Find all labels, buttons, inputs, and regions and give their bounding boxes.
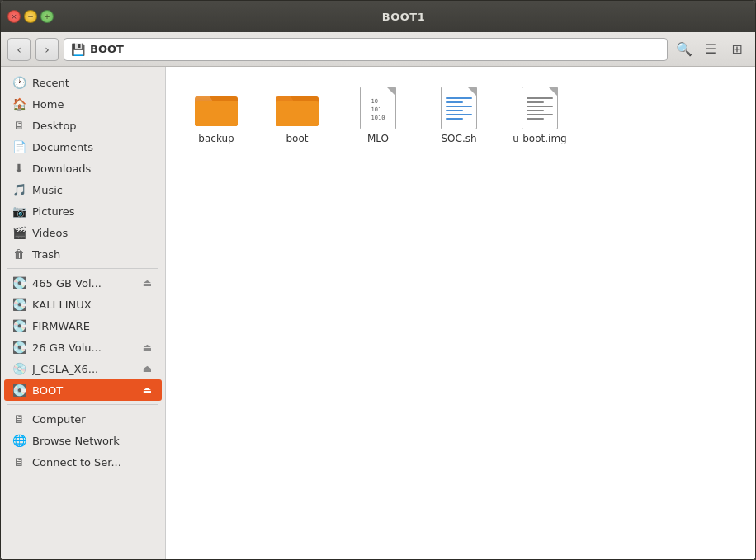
vol26-eject-icon[interactable]: ⏏ (141, 341, 154, 353)
sidebar-label-trash: Trash (32, 248, 154, 261)
sidebar-separator-1 (7, 268, 158, 269)
file-grid: backup boot (179, 80, 742, 153)
sidebar-item-downloads[interactable]: ⬇ Downloads (4, 158, 162, 179)
firmware-icon: 💽 (12, 319, 26, 332)
computer-icon: 🖥 (12, 412, 26, 426)
back-button[interactable]: ‹ (7, 38, 31, 61)
vol465-icon: 💽 (12, 276, 26, 289)
sidebar-item-desktop[interactable]: 🖥 Desktop (4, 115, 162, 136)
sidebar-label-jcsla: J_CSLA_X6... (32, 363, 135, 375)
window-title: BOOT1 (59, 11, 749, 23)
back-icon: ‹ (17, 43, 21, 56)
list-view-button[interactable]: ☰ (699, 38, 722, 61)
music-icon: 🎵 (12, 183, 26, 196)
jcsla-icon: 💿 (12, 362, 26, 375)
trash-icon: 🗑 (12, 247, 26, 261)
file-name-soc-sh: SOC.sh (441, 133, 476, 146)
minimize-button[interactable]: − (24, 10, 37, 23)
sidebar-label-computer: Computer (32, 413, 154, 426)
toolbar: ‹ › 💾 BOOT 🔍 ☰ ⊞ (1, 32, 755, 67)
sidebar-item-browse-network[interactable]: 🌐 Browse Network (4, 430, 162, 451)
location-text: BOOT (90, 43, 124, 55)
sidebar-item-connect-server[interactable]: 🖥 Connect to Ser... (4, 451, 162, 473)
sidebar-label-desktop: Desktop (32, 120, 154, 132)
sidebar-item-jcsla[interactable]: 💿 J_CSLA_X6... ⏏ (4, 358, 162, 379)
documents-icon: 📄 (12, 140, 26, 153)
sidebar-label-vol465: 465 GB Vol... (32, 277, 135, 289)
file-item-u-boot-img[interactable]: u-boot.img (503, 80, 577, 153)
main-content: 🕐 Recent 🏠 Home 🖥 Desktop 📄 Documents ⬇ … (1, 67, 755, 559)
sidebar-item-vol465[interactable]: 💽 465 GB Vol... ⏏ (4, 272, 162, 294)
sidebar-separator-2 (7, 404, 158, 405)
boot-icon: 💽 (12, 384, 26, 397)
file-item-backup[interactable]: backup (179, 80, 253, 153)
sidebar-label-kali: KALI LINUX (32, 299, 154, 311)
sidebar-item-pictures[interactable]: 📷 Pictures (4, 200, 162, 222)
sidebar-label-browse-network: Browse Network (32, 435, 154, 447)
grid-view-icon: ⊞ (731, 41, 742, 57)
file-name-u-boot-img: u-boot.img (513, 133, 566, 146)
sidebar-label-documents: Documents (32, 141, 154, 153)
home-icon: 🏠 (12, 97, 26, 111)
sidebar-item-music[interactable]: 🎵 Music (4, 179, 162, 200)
sidebar-item-computer[interactable]: 🖥 Computer (4, 408, 162, 430)
file-item-mlo[interactable]: 101011010 MLO (341, 80, 415, 153)
file-area: backup boot (166, 67, 755, 559)
sidebar-item-home[interactable]: 🏠 Home (4, 93, 162, 115)
folder-icon-backup (195, 87, 238, 129)
vol465-eject-icon[interactable]: ⏏ (141, 277, 154, 289)
sidebar-label-videos: Videos (32, 227, 154, 239)
sidebar-label-music: Music (32, 184, 154, 196)
desktop-icon: 🖥 (12, 119, 26, 132)
sidebar-item-boot[interactable]: 💽 BOOT ⏏ (4, 379, 162, 401)
location-bar[interactable]: 💾 BOOT (64, 38, 668, 61)
kali-icon: 💽 (12, 298, 26, 311)
downloads-icon: ⬇ (12, 162, 26, 175)
forward-button[interactable]: › (35, 38, 59, 61)
titlebar: × − + BOOT1 (1, 1, 755, 32)
connect-server-icon: 🖥 (12, 455, 26, 468)
videos-icon: 🎬 (12, 226, 26, 239)
pictures-icon: 📷 (12, 205, 26, 218)
svg-rect-4 (276, 101, 319, 126)
sidebar-item-kali[interactable]: 💽 KALI LINUX (4, 294, 162, 315)
file-item-soc-sh[interactable]: SOC.sh (422, 80, 496, 153)
sidebar-label-connect-server: Connect to Ser... (32, 456, 154, 468)
sidebar-item-trash[interactable]: 🗑 Trash (4, 243, 162, 265)
file-name-boot: boot (286, 133, 308, 146)
sidebar-label-home: Home (32, 98, 154, 111)
sidebar-item-documents[interactable]: 📄 Documents (4, 136, 162, 158)
jcsla-eject-icon[interactable]: ⏏ (141, 363, 154, 374)
script-icon-soc-sh (437, 87, 480, 129)
search-icon: 🔍 (676, 41, 692, 57)
maximize-button[interactable]: + (40, 10, 54, 23)
sidebar-label-pictures: Pictures (32, 205, 154, 218)
close-button[interactable]: × (7, 10, 21, 23)
grid-view-button[interactable]: ⊞ (725, 38, 749, 61)
boot-eject-icon[interactable]: ⏏ (141, 384, 154, 396)
textfile-icon-u-boot-img (518, 87, 561, 129)
toolbar-actions: 🔍 ☰ ⊞ (673, 38, 749, 61)
sidebar-item-firmware[interactable]: 💽 FIRMWARE (4, 315, 162, 336)
browse-network-icon: 🌐 (12, 434, 26, 447)
file-item-boot-folder[interactable]: boot (260, 80, 334, 153)
list-view-icon: ☰ (705, 41, 716, 57)
sidebar-item-recent[interactable]: 🕐 Recent (4, 72, 162, 93)
binary-icon-mlo: 101011010 (357, 87, 399, 129)
folder-icon-boot (276, 87, 319, 129)
search-button[interactable]: 🔍 (673, 38, 696, 61)
forward-icon: › (45, 43, 50, 56)
location-drive-icon: 💾 (71, 43, 85, 56)
file-name-backup: backup (198, 133, 234, 146)
sidebar-label-downloads: Downloads (32, 162, 154, 175)
sidebar-item-vol26[interactable]: 💽 26 GB Volu... ⏏ (4, 336, 162, 358)
file-manager-window: × − + BOOT1 ‹ › 💾 BOOT 🔍 ☰ ⊞ (0, 0, 756, 560)
sidebar-item-videos[interactable]: 🎬 Videos (4, 222, 162, 243)
file-name-mlo: MLO (367, 133, 389, 146)
svg-rect-2 (195, 101, 238, 126)
sidebar: 🕐 Recent 🏠 Home 🖥 Desktop 📄 Documents ⬇ … (1, 67, 166, 559)
sidebar-label-recent: Recent (32, 77, 154, 89)
sidebar-label-boot: BOOT (32, 384, 135, 397)
sidebar-label-firmware: FIRMWARE (32, 320, 154, 332)
recent-icon: 🕐 (12, 76, 26, 89)
